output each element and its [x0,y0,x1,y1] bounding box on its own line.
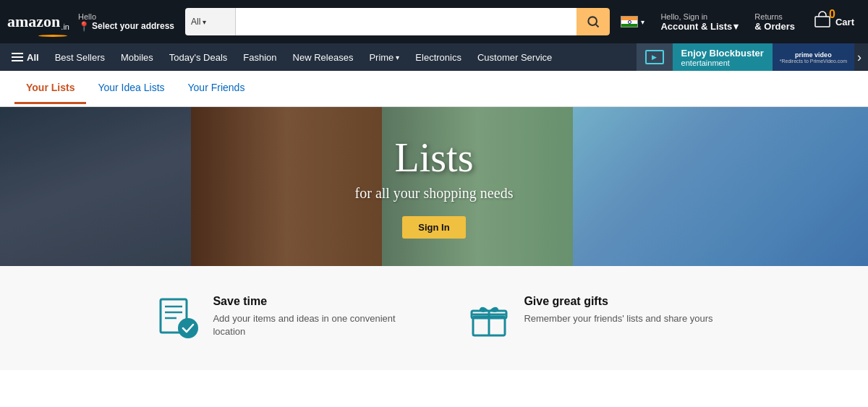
returns-orders[interactable]: Returns & Orders [749,9,800,35]
dropdown-arrow-icon: ▾ [203,18,206,26]
account-arrow-icon: ▾ [733,21,739,32]
india-flag-icon [621,16,638,27]
sign-in-button[interactable]: Sign In [402,216,465,239]
nav-item-fashion[interactable]: Fashion [235,43,284,71]
cart-icon: 0 [812,11,833,33]
save-time-title: Save time [213,295,408,308]
account-hello-label: Hello, Sign in [660,12,739,21]
svg-rect-2 [815,17,830,27]
search-input[interactable] [236,8,576,35]
tv-icon-box: ▶ [637,43,673,71]
tv-screen-icon: ▶ [645,50,664,64]
nav-item-electronics[interactable]: Electronics [407,43,469,71]
give-gifts-title: Give great gifts [524,295,712,308]
account-label: Account & Lists ▾ [660,21,739,32]
features-section: Save time Add your items and ideas in on… [0,266,868,370]
save-time-icon [155,295,201,341]
cart-button[interactable]: 0 Cart [806,7,861,37]
prime-redirect-text: *Redirects to PrimeVideo.com [780,59,847,64]
nav-item-customer-service[interactable]: Customer Service [469,43,560,71]
cart-count-badge: 0 [829,8,835,21]
all-label: All [27,52,39,63]
nav-item-prime[interactable]: Prime ▾ [361,43,407,71]
address-selector[interactable]: Hello 📍 Select your address [73,9,179,35]
hamburger-icon [12,53,23,61]
tab-your-lists[interactable]: Your Lists [14,73,86,104]
tabs-bar: Your Lists Your Idea Lists Your Friends [0,71,868,107]
prime-banner-line1: Enjoy Blockbuster [681,48,764,59]
search-bar: All ▾ [185,8,610,35]
give-gifts-text: Give great gifts Remember your friends' … [524,295,712,325]
search-category-selector[interactable]: All ▾ [185,8,236,35]
all-menu-button[interactable]: All [4,43,47,71]
nav-item-todays-deals[interactable]: Today's Deals [161,43,236,71]
header: amazon .in Hello 📍 Select your address A… [0,0,868,43]
cart-label: Cart [835,17,854,27]
amazon-logo[interactable]: amazon .in [7,12,67,31]
prime-video-label: prime video [795,51,832,59]
nav-item-mobiles[interactable]: Mobiles [113,43,161,71]
prime-arrow-icon: ▾ [396,53,399,61]
account-dropdown[interactable]: Hello, Sign in Account & Lists ▾ [655,9,744,35]
svg-point-7 [178,318,198,338]
tab-your-friends[interactable]: Your Friends [176,73,257,104]
country-selector[interactable]: ▾ [616,12,650,31]
address-select: 📍 Select your address [78,21,174,32]
orders-label: & Orders [754,21,795,32]
hero-content: Lists for all your shopping needs Sign I… [355,134,514,239]
give-gifts-icon [466,295,512,341]
feature-give-gifts: Give great gifts Remember your friends' … [466,295,712,341]
hero-subtitle: for all your shopping needs [355,185,514,202]
svg-point-0 [589,17,597,25]
prime-video-logo-box: prime video *Redirects to PrimeVideo.com [773,43,854,71]
address-hello: Hello [78,12,174,21]
search-icon [586,14,600,29]
tab-your-idea-lists[interactable]: Your Idea Lists [86,73,176,104]
prime-banner-text-box: Enjoy Blockbuster entertainment [673,43,773,71]
nav-item-new-releases[interactable]: New Releases [285,43,362,71]
returns-label: Returns [754,12,795,21]
navbar: All Best Sellers Mobiles Today's Deals F… [0,43,868,71]
hero-title: Lists [355,134,514,181]
location-pin-icon: 📍 [78,21,90,32]
save-time-desc: Add your items and ideas in one convenie… [213,312,408,338]
banner-next-arrow[interactable]: › [854,50,864,65]
search-button[interactable] [576,8,610,35]
prime-banner-line2: entertainment [681,59,764,67]
feature-save-time: Save time Add your items and ideas in on… [155,295,408,341]
save-time-text: Save time Add your items and ideas in on… [213,295,408,338]
dropdown-flag-arrow: ▾ [641,18,644,26]
svg-line-1 [596,25,599,27]
give-gifts-desc: Remember your friends' lists and share y… [524,312,712,325]
hero-banner: Lists for all your shopping needs Sign I… [0,107,868,266]
nav-item-best-sellers[interactable]: Best Sellers [47,43,113,71]
prime-banner[interactable]: ▶ Enjoy Blockbuster entertainment prime … [637,43,854,71]
